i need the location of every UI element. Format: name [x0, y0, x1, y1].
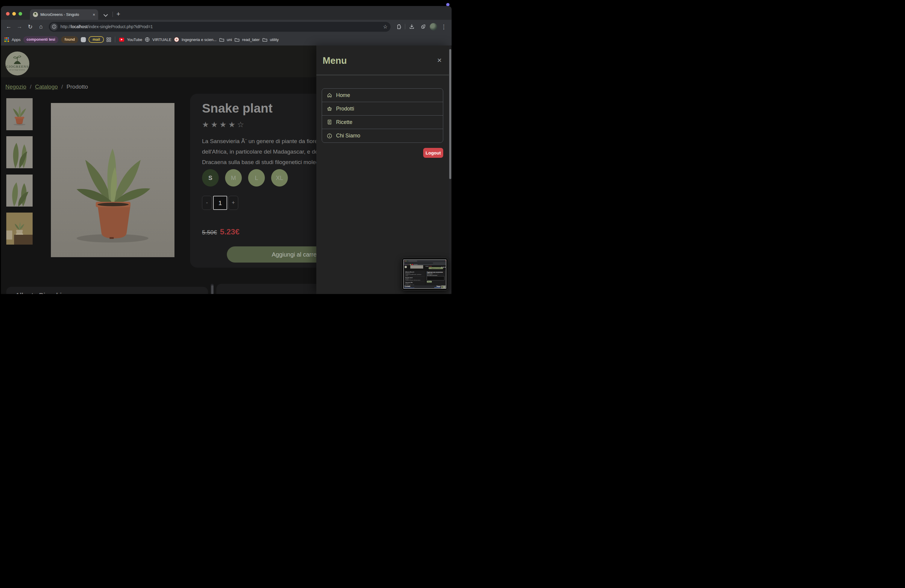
- breadcrumb: Negozio / Catalogo / Prodotto: [5, 84, 88, 90]
- breadcrumb-separator: /: [61, 84, 63, 90]
- tab-group-chip-mail[interactable]: mail: [89, 36, 104, 43]
- university-crest-icon: [174, 37, 179, 42]
- tab-group-chip-componenti-tesi[interactable]: componenti tesi: [23, 36, 59, 43]
- bookmark-folder-utility[interactable]: utility: [270, 37, 279, 42]
- bookmark-virtuale[interactable]: VIRTUALE: [152, 37, 171, 42]
- site-info-icon[interactable]: [50, 23, 58, 30]
- profile-avatar[interactable]: [430, 23, 437, 30]
- mini-review-textarea: [427, 277, 445, 281]
- tab-group-chip-unnamed[interactable]: [81, 37, 86, 42]
- bookmarks-divider: [115, 37, 115, 43]
- mini-price: 5.50€ 5.23€: [426, 265, 432, 267]
- thumbnail-2[interactable]: [6, 136, 33, 168]
- breadcrumb-negozio[interactable]: Negozio: [5, 84, 26, 90]
- reload-button[interactable]: ↻: [25, 22, 35, 32]
- window-close-button[interactable]: [6, 12, 10, 16]
- bookmark-ingegneria[interactable]: Ingegneria e scien...: [182, 37, 217, 42]
- mini-header-icons: [441, 267, 446, 268]
- bookmark-youtube[interactable]: YouTube: [127, 37, 142, 42]
- tab-search-chevron-icon[interactable]: [103, 14, 108, 17]
- extensions-puzzle-icon[interactable]: [394, 22, 403, 32]
- thumbnail-3[interactable]: [6, 175, 33, 207]
- menu-item-prodotti[interactable]: Prodotti: [322, 102, 443, 116]
- logout-button[interactable]: Logout: [423, 148, 443, 158]
- reviewer-name: Alberto Bianchi: [15, 292, 199, 294]
- window-minimize-button[interactable]: [12, 12, 16, 16]
- svg-text:microgreens: microgreens: [10, 69, 25, 71]
- size-option-m[interactable]: M: [225, 169, 242, 186]
- apps-label[interactable]: Apps: [12, 37, 21, 42]
- page-scrollbar[interactable]: [449, 46, 451, 294]
- mini-reviews-section: Alberto Bianchi ★★★★☆ Prodotto di qualit…: [404, 270, 446, 286]
- bookmark-folder-uni[interactable]: uni: [227, 37, 232, 42]
- youtube-icon: [119, 38, 124, 41]
- downloads-icon[interactable]: [407, 22, 417, 32]
- tab-group-chip-found[interactable]: found: [61, 36, 78, 43]
- energy-saver-leaf-icon[interactable]: [418, 22, 428, 32]
- quantity-increase-button[interactable]: +: [229, 196, 238, 210]
- mini-close-icon[interactable]: ×: [445, 260, 446, 262]
- home-icon: [327, 92, 332, 98]
- browser-toolbar: ← → ↻ ⌂ http://localhost/index-singlePro…: [1, 20, 452, 33]
- breadcrumb-catalogo[interactable]: Catalogo: [35, 84, 58, 90]
- bookmark-star-icon[interactable]: ☆: [383, 24, 387, 30]
- home-button[interactable]: ⌂: [36, 22, 46, 32]
- tab-title: MicroGreens - Singolo: [40, 12, 90, 17]
- bookmark-folder-read-later[interactable]: read_later: [242, 37, 260, 42]
- info-icon: [327, 133, 332, 138]
- menu-panel: Menu × Home Prodotti: [316, 46, 450, 294]
- quantity-input[interactable]: [213, 196, 227, 210]
- scrollbar-thumb[interactable]: [449, 49, 451, 179]
- desktop: MicroGreens - Singolo × + ← → ↻ ⌂ http:/…: [0, 0, 452, 294]
- breadcrumb-prodotto: Prodotto: [67, 84, 88, 90]
- svg-text:GIOGREENS: GIOGREENS: [6, 65, 29, 68]
- size-option-xl[interactable]: XL: [271, 169, 288, 186]
- back-button[interactable]: ←: [4, 22, 13, 32]
- menu-divider: [316, 75, 450, 75]
- menu-item-label: Home: [336, 92, 350, 99]
- mini-product-header: 5.50€ 5.23€ Aggiungi al carrello: [404, 265, 446, 270]
- folder-icon: [219, 38, 224, 41]
- folder-icon: [235, 38, 240, 41]
- basket-icon: [327, 106, 332, 111]
- recipe-icon: [327, 119, 332, 125]
- tab-divider: [113, 12, 113, 17]
- breadcrumb-separator: /: [30, 84, 32, 90]
- size-option-s[interactable]: S: [202, 169, 219, 186]
- site-logo[interactable]: GIOGREENS microgreens: [5, 51, 29, 75]
- browser-window: MicroGreens - Singolo × + ← → ↻ ⌂ http:/…: [1, 6, 452, 294]
- forward-button[interactable]: →: [15, 22, 24, 32]
- tab-close-icon[interactable]: ×: [93, 13, 95, 17]
- menu-item-home[interactable]: Home: [322, 89, 443, 102]
- apps-grid-icon[interactable]: [5, 37, 9, 42]
- mini-logo: [405, 266, 407, 268]
- browser-menu-icon[interactable]: ⋮: [439, 22, 449, 32]
- reviews-scrollbar[interactable]: [211, 284, 214, 294]
- size-option-l[interactable]: L: [248, 169, 265, 186]
- url-bar[interactable]: http://localhost/index-singleProduct.php…: [49, 22, 391, 32]
- browser-tab[interactable]: MicroGreens - Singolo ×: [30, 9, 98, 20]
- menu-item-label: Chi Siamo: [336, 133, 360, 139]
- old-price: 5.50€: [202, 229, 217, 236]
- url-text: http://localhost/index-singleProduct.php…: [60, 24, 383, 29]
- grid-4-icon[interactable]: [106, 37, 111, 42]
- toolbar-divider: [405, 24, 405, 29]
- discounted-price: 5.23€: [220, 227, 240, 237]
- mini-review-list: Alberto Bianchi ★★★★☆ Prodotto di qualit…: [405, 271, 425, 285]
- window-controls: [6, 12, 22, 16]
- screen-preview-content: × 5.50€ 5.23€ Aggiungi al carrello: [403, 259, 446, 289]
- menu-item-label: Ricette: [336, 119, 352, 126]
- mini-tab-strip: ×: [404, 260, 446, 262]
- new-tab-button[interactable]: +: [116, 10, 120, 18]
- menu-item-label: Prodotti: [336, 106, 354, 112]
- window-zoom-button[interactable]: [19, 12, 22, 16]
- screen-preview-window[interactable]: × 5.50€ 5.23€ Aggiungi al carrello: [402, 258, 448, 291]
- menu-item-ricette[interactable]: Ricette: [322, 116, 443, 129]
- tab-favicon-icon: [33, 12, 38, 17]
- menu-item-chi-siamo[interactable]: Chi Siamo: [322, 129, 443, 143]
- thumbnail-1[interactable]: [6, 98, 33, 130]
- folder-icon: [262, 38, 267, 41]
- thumbnail-4[interactable]: [6, 213, 33, 245]
- quantity-decrease-button[interactable]: -: [202, 196, 212, 210]
- menu-close-icon[interactable]: ×: [437, 56, 442, 64]
